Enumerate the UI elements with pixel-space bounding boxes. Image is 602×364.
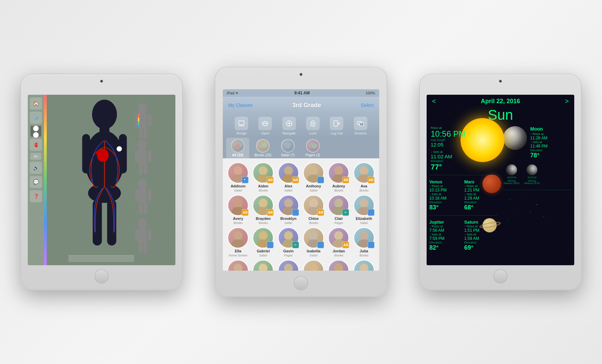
svg-point-101 <box>309 231 318 240</box>
sidebar-home[interactable]: 🏠 <box>30 97 42 110</box>
toolbar-open[interactable]: Open <box>255 117 275 135</box>
name-gavin: Gavin <box>283 249 294 253</box>
student-elizabeth[interactable]: Elizabeth Safari <box>353 195 375 225</box>
student-brayden[interactable]: AR Brayden iBooks <box>252 195 274 225</box>
student-avatar-kaelyn <box>228 260 249 271</box>
moon-phase-1-label: Waning Gibbous (99%) <box>503 180 520 184</box>
filter-all[interactable]: All (33) <box>226 138 249 158</box>
home-button-left[interactable] <box>94 269 109 283</box>
day-length-value: 12:05 <box>431 142 466 147</box>
moon-rises-label: ↑ Rises at <box>530 132 547 136</box>
moon-sets-label: ↓ Sets at <box>530 140 547 144</box>
sidebar-node[interactable]: ⬤⬤ <box>30 126 41 137</box>
student-mason[interactable]: AR Mason iBooks <box>353 260 375 271</box>
student-avery[interactable]: AR Avery iBooks <box>227 195 249 225</box>
student-ella[interactable]: Ella Home Screen <box>227 227 249 257</box>
name-clair: Clair <box>335 217 343 221</box>
student-liam[interactable]: Liam Display off <box>277 260 300 271</box>
student-landon[interactable]: AR Landon iBooks <box>252 260 274 271</box>
student-addison[interactable]: Addison Safari <box>227 162 249 192</box>
astro-date: April 22, 2016 <box>481 98 520 105</box>
student-kaelyn[interactable]: AR Kaelyn iBooks <box>227 260 249 271</box>
name-isabella: Isabella <box>307 249 320 253</box>
student-clair[interactable]: ✏ Clair Pages <box>327 195 350 225</box>
student-isabella[interactable]: Isabella Safari <box>302 227 325 257</box>
app-alex: Safari <box>284 189 293 192</box>
toolbar-logout[interactable]: Log Out <box>326 117 347 135</box>
student-ava[interactable]: AR Ava iBooks <box>353 162 375 192</box>
svg-point-137 <box>523 198 524 198</box>
status-right: 100% <box>366 91 375 95</box>
home-button-right[interactable] <box>493 269 508 283</box>
screens-icon <box>354 117 367 130</box>
student-alex[interactable]: AR Alex Safari <box>277 162 300 192</box>
moon-rises-value: 11:28 AM <box>530 136 547 140</box>
toolbar-assign[interactable]: Assign <box>231 117 252 135</box>
back-button[interactable]: My Classes <box>228 103 253 108</box>
divider-3 <box>503 190 572 190</box>
app-addison: Safari <box>234 189 242 192</box>
name-alex: Alex <box>284 184 292 188</box>
svg-point-63 <box>285 142 291 148</box>
sidebar-audio[interactable]: 🔊 <box>30 162 42 174</box>
toolbar-navigate[interactable]: Navigate <box>279 117 299 135</box>
student-brooklyn[interactable]: Brooklyn Safari <box>277 195 300 225</box>
sidebar-gear[interactable]: ⚙️ <box>30 112 42 124</box>
svg-point-108 <box>369 243 373 247</box>
toolbar-lock[interactable]: Lock <box>303 117 323 135</box>
student-julia[interactable]: Julia iBooks <box>353 227 375 257</box>
lock-label: Lock <box>309 132 317 135</box>
astro-day-name: Sun <box>427 108 574 122</box>
astro-content: Rises at 10:56 PM Day length 12:05 ↓ Set… <box>427 122 574 265</box>
anatomy-sidebar: 🏠 ⚙️ ⬤⬤ 🫀 en 🔊 💬 ❓ <box>28 95 44 265</box>
student-logan[interactable]: AR Logan iBooks <box>302 260 325 271</box>
elevation-label: Elevation <box>431 159 466 163</box>
elevation-value: 77° <box>431 163 466 172</box>
svg-point-35 <box>138 218 147 228</box>
svg-rect-39 <box>139 242 143 253</box>
svg-point-87 <box>309 199 318 207</box>
svg-rect-18 <box>144 127 147 139</box>
filter-safari[interactable]: Safari (7) <box>276 138 299 158</box>
sidebar-body[interactable]: 🫀 <box>30 139 42 151</box>
student-aiden[interactable]: AR Aiden iBooks <box>252 162 274 192</box>
badge-gavin: ✏ <box>292 242 299 248</box>
student-gavin[interactable]: ✏ Gavin Pages <box>277 227 300 257</box>
student-lucas[interactable]: Lucas AirPlay <box>327 260 350 271</box>
sidebar-caption[interactable]: 💬 <box>30 176 42 188</box>
student-chloe[interactable]: AR Chloe iBooks <box>302 195 325 225</box>
svg-point-91 <box>360 199 368 207</box>
name-brooklyn: Brooklyn <box>280 217 297 221</box>
svg-point-142 <box>543 216 544 217</box>
jupiter-elev-label: Elevation <box>429 241 463 244</box>
home-button-center[interactable] <box>294 276 308 290</box>
svg-point-59 <box>235 144 240 149</box>
astro-forward-button[interactable]: > <box>565 97 569 105</box>
svg-point-103 <box>319 243 323 247</box>
svg-rect-33 <box>139 202 143 214</box>
toolbar-screens[interactable]: Screens <box>350 117 371 135</box>
svg-point-89 <box>334 199 343 207</box>
moon-elev-value: 78° <box>530 152 547 159</box>
sidebar-en[interactable]: en <box>30 153 41 160</box>
filter-all-avatar <box>231 139 244 153</box>
badge-ava: AR <box>368 177 374 183</box>
svg-point-68 <box>243 178 247 182</box>
venus-name: Venus <box>429 179 463 184</box>
student-jordan[interactable]: AR Jordan iBooks <box>327 227 350 257</box>
svg-point-66 <box>234 166 242 175</box>
svg-point-93 <box>369 210 373 214</box>
filter-ibooks[interactable]: iBooks (20) <box>251 138 274 158</box>
venus-sets-label: ↓ Sets at <box>429 192 463 196</box>
saturn-elev-value: 69° <box>464 244 498 251</box>
sidebar-help[interactable]: ❓ <box>30 190 42 202</box>
filter-pages[interactable]: Pages (3) <box>301 138 324 158</box>
student-aubrey[interactable]: AR Aubrey iBooks <box>327 162 350 192</box>
jupiter-saturn-section: Jupiter ↑ Rises at 7:56 AM ↓ Sets at 7:5… <box>429 218 498 253</box>
app-julia: iBooks <box>359 254 368 257</box>
select-button[interactable]: Select <box>361 103 374 108</box>
name-addison: Addison <box>231 184 245 188</box>
student-anthony[interactable]: Anthony Safari <box>302 162 325 192</box>
student-gabriel[interactable]: Gabriel Safari <box>252 227 274 257</box>
astro-back-button[interactable]: < <box>432 97 436 105</box>
